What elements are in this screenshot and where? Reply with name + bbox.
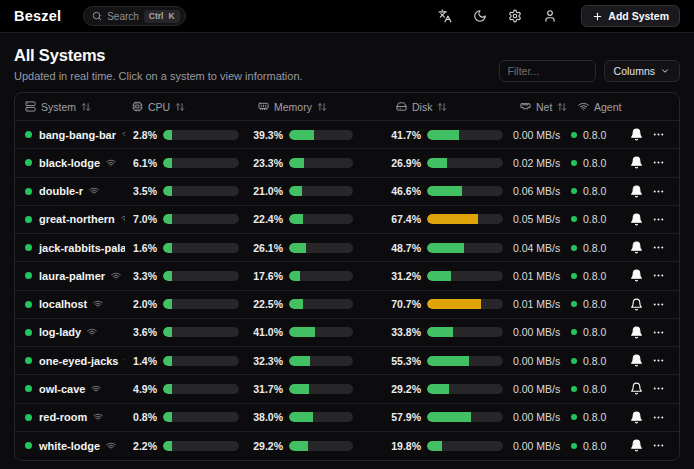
table-row[interactable]: localhost2.0%22.5%70.7%0.01 MB/s0.8.0: [15, 291, 679, 319]
table-row[interactable]: double-r3.5%21.0%46.6%0.06 MB/s0.8.0: [15, 178, 679, 206]
status-dot: [25, 301, 32, 308]
disk-bar: [427, 271, 503, 281]
disk-cell: 33.8%: [389, 326, 513, 338]
row-actions-button[interactable]: [647, 237, 669, 259]
columns-dropdown-button[interactable]: Columns: [604, 60, 680, 82]
sort-icon: [437, 102, 447, 112]
search-placeholder: Search: [107, 11, 139, 22]
net-value: 0.00 MB/s: [513, 355, 571, 367]
bell-outline-icon: [630, 298, 643, 311]
language-switcher-button[interactable]: [436, 7, 454, 25]
cpu-cell: 7.0%: [125, 213, 251, 225]
user-icon: [543, 9, 557, 23]
agent-cell: 0.8.0: [571, 213, 625, 225]
system-name: log-lady: [39, 326, 81, 338]
disk-value: 19.8%: [389, 440, 421, 452]
wifi-icon: [578, 101, 589, 112]
user-account-button[interactable]: [541, 7, 559, 25]
disk-cell: 41.7%: [389, 129, 513, 141]
row-actions-button[interactable]: [647, 378, 669, 400]
net-value: 0.00 MB/s: [513, 383, 571, 395]
row-actions-button[interactable]: [647, 350, 669, 372]
memory-value: 26.1%: [251, 242, 283, 254]
alerts-bell-button[interactable]: [625, 180, 647, 202]
column-header-system[interactable]: System: [25, 101, 125, 113]
row-actions-button[interactable]: [647, 208, 669, 230]
system-cell: one-eyed-jacks: [25, 355, 125, 367]
theme-toggle-button[interactable]: [471, 7, 489, 25]
memory-cell: 21.0%: [251, 185, 389, 197]
alerts-bell-button[interactable]: [625, 152, 647, 174]
alerts-bell-button[interactable]: [625, 378, 647, 400]
row-actions-button[interactable]: [647, 265, 669, 287]
agent-status-dot: [571, 301, 577, 307]
cpu-bar: [163, 327, 239, 337]
alerts-bell-button[interactable]: [625, 321, 647, 343]
alerts-bell-button[interactable]: [625, 265, 647, 287]
disk-bar: [427, 412, 503, 422]
row-actions-button[interactable]: [647, 124, 669, 146]
cpu-cell: 1.6%: [125, 242, 251, 254]
system-name: white-lodge: [39, 440, 100, 452]
column-label: Agent: [594, 101, 621, 113]
row-actions-button[interactable]: [647, 293, 669, 315]
column-header-net[interactable]: Net: [513, 101, 571, 113]
row-actions-button[interactable]: [647, 180, 669, 202]
table-row[interactable]: jack-rabbits-palace1.6%26.1%48.7%0.04 MB…: [15, 234, 679, 262]
column-header-memory[interactable]: Memory: [251, 101, 389, 113]
system-cell: jack-rabbits-palace: [25, 242, 125, 254]
cpu-value: 6.1%: [125, 157, 157, 169]
memory-stick-icon: [258, 101, 269, 112]
column-header-disk[interactable]: Disk: [389, 101, 513, 113]
agent-version: 0.8.0: [583, 157, 606, 169]
memory-cell: 29.2%: [251, 440, 389, 452]
cpu-value: 2.2%: [125, 440, 157, 452]
row-actions-button[interactable]: [647, 435, 669, 457]
memory-value: 41.0%: [251, 326, 283, 338]
disk-value: 29.2%: [389, 383, 421, 395]
websocket-connection-icon: [89, 186, 99, 196]
alerts-bell-button[interactable]: [625, 406, 647, 428]
alerts-bell-button[interactable]: [625, 124, 647, 146]
table-row[interactable]: bang-bang-bar2.8%39.3%41.7%0.00 MB/s0.8.…: [15, 121, 679, 149]
system-cell: localhost: [25, 298, 125, 310]
row-actions-button[interactable]: [647, 406, 669, 428]
alerts-bell-button[interactable]: [625, 208, 647, 230]
disk-cell: 67.4%: [389, 213, 513, 225]
cpu-cell: 3.6%: [125, 326, 251, 338]
table-row[interactable]: white-lodge2.2%29.2%19.8%0.00 MB/s0.8.0: [15, 432, 679, 460]
system-cell: laura-palmer: [25, 270, 125, 282]
app-logo[interactable]: Beszel: [14, 8, 61, 24]
table-row[interactable]: red-room0.8%38.0%57.9%0.00 MB/s0.8.0: [15, 404, 679, 432]
table-row[interactable]: black-lodge6.1%23.3%26.9%0.02 MB/s0.8.0: [15, 149, 679, 177]
alerts-bell-button[interactable]: [625, 435, 647, 457]
column-header-cpu[interactable]: CPU: [125, 101, 251, 113]
settings-button[interactable]: [506, 7, 524, 25]
filter-input[interactable]: [499, 60, 596, 82]
row-actions-button[interactable]: [647, 321, 669, 343]
agent-cell: 0.8.0: [571, 157, 625, 169]
alerts-bell-button[interactable]: [625, 237, 647, 259]
alerts-bell-button[interactable]: [625, 350, 647, 372]
table-row[interactable]: great-northern7.0%22.4%67.4%0.05 MB/s0.8…: [15, 206, 679, 234]
add-system-button[interactable]: Add System: [581, 5, 680, 27]
memory-cell: 32.3%: [251, 355, 389, 367]
agent-cell: 0.8.0: [571, 326, 625, 338]
row-actions-button[interactable]: [647, 152, 669, 174]
agent-status-dot: [571, 329, 577, 335]
ellipsis-icon: [652, 439, 665, 452]
cpu-bar: [163, 412, 239, 422]
status-dot: [25, 244, 32, 251]
table-row[interactable]: laura-palmer3.3%17.6%31.2%0.01 MB/s0.8.0: [15, 262, 679, 290]
disk-cell: 55.3%: [389, 355, 513, 367]
net-value: 0.00 MB/s: [513, 440, 571, 452]
table-row[interactable]: log-lady3.6%41.0%33.8%0.00 MB/s0.8.0: [15, 319, 679, 347]
agent-version: 0.8.0: [583, 298, 606, 310]
agent-cell: 0.8.0: [571, 440, 625, 452]
agent-cell: 0.8.0: [571, 411, 625, 423]
global-search-button[interactable]: Search CtrlK: [83, 6, 185, 26]
gear-icon: [508, 9, 522, 23]
table-row[interactable]: one-eyed-jacks1.4%32.3%55.3%0.00 MB/s0.8…: [15, 347, 679, 375]
alerts-bell-button[interactable]: [625, 293, 647, 315]
table-row[interactable]: owl-cave4.9%31.7%29.2%0.00 MB/s0.8.0: [15, 375, 679, 403]
